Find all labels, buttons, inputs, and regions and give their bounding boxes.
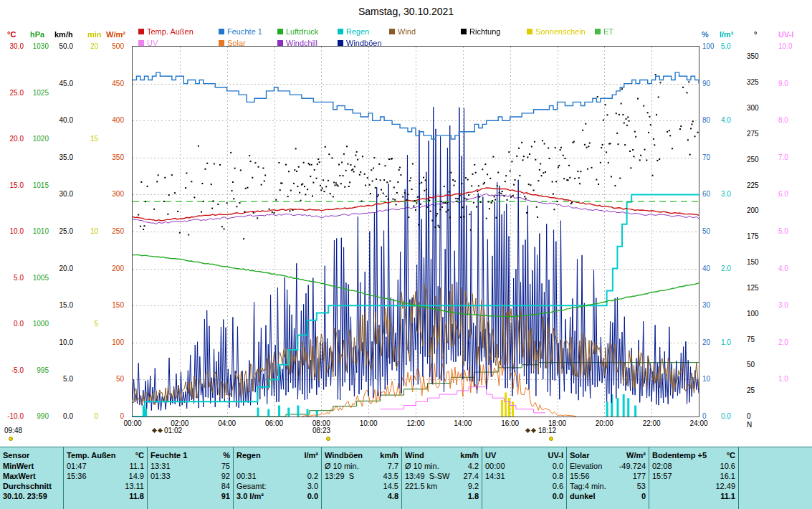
- x-axis-label: 04:00: [211, 420, 243, 427]
- legend-color-swatch: [138, 40, 144, 46]
- legend-label: Regen: [346, 27, 369, 36]
- plot-frame: [132, 46, 699, 417]
- y-axis-tick: 2.0: [778, 339, 807, 346]
- stats-cell: [237, 461, 318, 471]
- legend-color-swatch: [219, 29, 224, 34]
- stats-cell-label: Elevation: [570, 461, 602, 471]
- stats-column-name: Feuchte 1: [151, 449, 187, 461]
- legend-label: Windböen: [346, 39, 382, 47]
- y-axis-tick: 100: [95, 339, 124, 346]
- legend-color-swatch: [461, 29, 467, 34]
- stats-cell: 0.6: [485, 481, 563, 491]
- axis-unit-label: °C: [7, 30, 16, 39]
- legend-label: Sonnenschein: [535, 27, 586, 36]
- y-axis-tick: 3.0: [721, 191, 750, 198]
- stats-column-name: UV: [485, 449, 496, 461]
- y-axis-tick: 25: [747, 387, 775, 394]
- stats-column-name: Bodentemp +5: [652, 449, 707, 461]
- legend-item: Windchill: [277, 39, 338, 47]
- stats-cell-label: Ø 10 min.: [405, 461, 439, 471]
- y-axis-tick: 4.0: [721, 117, 750, 124]
- y-axis-tick: 45.0: [44, 80, 73, 87]
- stats-column: Windböenkm/hØ 10 min.7.713:29 S43.514.54…: [321, 447, 401, 509]
- y-axis-tick: 0: [70, 413, 98, 420]
- legend-label: Temp. Außen: [147, 27, 194, 36]
- axis-unit-label: min: [87, 30, 102, 39]
- stats-column-header: Regenl/m²: [237, 449, 318, 461]
- stats-column: Windkm/hØ 10 min.4.213:49 S-SW27.4221.5 …: [401, 447, 482, 509]
- sun-marker-icon: [326, 437, 330, 441]
- x-axis-label: 24:00: [683, 420, 715, 427]
- stats-cell-label: 01:33: [151, 471, 171, 481]
- stats-cell-value: 0.0: [553, 491, 563, 501]
- y-axis-tick: 30.0: [44, 191, 73, 198]
- y-axis-tick: 0.0: [721, 413, 750, 420]
- stats-cell: 221.5 km9.2: [405, 481, 479, 491]
- stats-cell-label: 02:08: [652, 461, 672, 471]
- y-axis-tick: 995: [20, 367, 49, 374]
- legend-label: Luftdruck: [286, 27, 318, 36]
- legend-row-2: UVSolarWindchillWindböen: [138, 37, 638, 48]
- y-axis-tick: 50.0: [44, 43, 73, 50]
- y-axis-tick: 5: [70, 320, 98, 328]
- y-axis-tick: 50: [702, 228, 731, 235]
- stats-column: Bodentemp +5°C02:0810.615:5716.112.4911.…: [649, 447, 738, 509]
- stats-sensor-column: SensorMinWertMaxWertDurchschnitt30.10. 2…: [0, 447, 63, 509]
- legend-label: Windchill: [286, 39, 317, 47]
- x-axis-label: 06:00: [259, 420, 290, 427]
- y-axis-tick: 10.0: [44, 339, 73, 346]
- y-axis-tick: 225: [747, 182, 775, 189]
- stats-cell-label: 15:36: [67, 471, 87, 481]
- x-axis-label: 12:00: [400, 420, 431, 427]
- y-axis-tick: 0.0: [44, 413, 73, 420]
- stats-cell-value: 11.8: [129, 491, 144, 501]
- stats-column-header: Windkm/h: [405, 449, 479, 461]
- legend-label: Solar: [227, 39, 246, 47]
- legend-color-swatch: [389, 29, 395, 34]
- stats-cell-value: 3.0: [307, 481, 318, 491]
- stats-column-name: Solar: [570, 449, 590, 461]
- stats-column: Temp. Außen°C01:4711.115:3614.913.1111.8: [63, 447, 147, 509]
- stats-cell-label: 01:47: [67, 461, 87, 471]
- stats-cell-value: 0: [641, 491, 646, 501]
- stats-cell: dunkel0: [570, 491, 646, 501]
- stats-cell-value: 7.7: [388, 461, 398, 471]
- y-axis-tick: 10: [702, 376, 731, 383]
- stats-column-header: Windböenkm/h: [325, 449, 398, 461]
- stats-column-name: Regen: [237, 449, 261, 461]
- stats-cell: 15:5716.1: [652, 471, 735, 481]
- sun-moon-time-label: 18:12: [538, 427, 556, 434]
- legend-item: Feuchte 1: [219, 27, 277, 36]
- legend-item: Wind: [389, 27, 461, 36]
- stats-cell-value: 92: [221, 471, 230, 481]
- stats-cell-value: 53: [637, 481, 646, 491]
- stats-cell-value: 16.1: [720, 471, 735, 481]
- y-axis-tick: 400: [95, 117, 124, 124]
- y-axis-tick: 100: [747, 310, 775, 318]
- stats-cell-value: 12.49: [715, 481, 735, 491]
- stats-row-label: MinWert: [3, 461, 60, 471]
- y-axis-tick: 150: [95, 302, 124, 309]
- stats-cell-value: 13.11: [125, 481, 144, 491]
- stats-cell: 00:310.2: [237, 471, 318, 481]
- stats-cell: 14:310.8: [485, 471, 563, 481]
- stats-cell: Elevation-49.724: [570, 461, 646, 471]
- stats-column-header: Feuchte 1%: [151, 449, 230, 461]
- stats-column: UVUV-I00:000.014:310.80.60.0: [482, 447, 566, 509]
- stats-column-name: Temp. Außen: [67, 449, 115, 461]
- y-axis-tick: 1025: [20, 90, 49, 97]
- y-axis-tick: 250: [747, 156, 775, 163]
- y-axis-tick: 150: [747, 259, 775, 266]
- axis-unit-label: l/m²: [720, 30, 734, 39]
- stats-column: SolarW/m²Elevation-49.72415:56177Tag:4 m…: [566, 447, 649, 509]
- y-axis-tick: 75: [747, 336, 775, 343]
- stats-cell-value: 91: [221, 491, 230, 501]
- stats-cell-value: 84: [221, 481, 230, 491]
- stats-cell-label: 3.0 l/m²: [237, 491, 264, 501]
- y-axis-tick: 10.0: [778, 43, 807, 50]
- stats-column-unit: km/h: [460, 449, 479, 461]
- stats-cell: 1.8: [405, 491, 479, 501]
- stats-cell: Tag:4 min.53: [570, 481, 646, 491]
- stats-cell-value: 14.5: [383, 481, 398, 491]
- stats-cell: 91: [151, 491, 230, 501]
